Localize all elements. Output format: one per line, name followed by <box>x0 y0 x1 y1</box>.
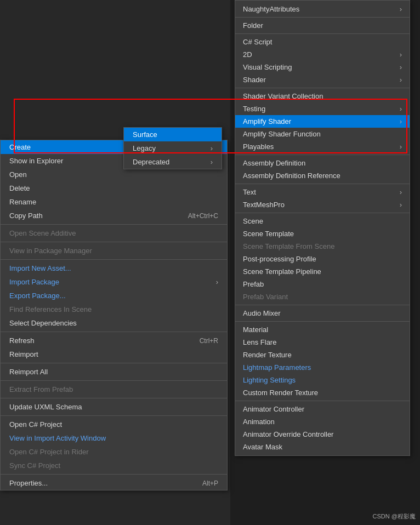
right-menu-item-scene-template[interactable]: Scene Template <box>235 227 410 240</box>
right-menu-item-amplify-shader-function[interactable]: Amplify Shader Function <box>235 128 410 140</box>
right-menu-item-playables[interactable]: Playables › <box>235 140 410 153</box>
menu-item-sync-csharp: Sync C# Project <box>1 459 227 472</box>
right-menu-item-2d[interactable]: 2D › <box>235 48 410 61</box>
right-menu-item-text[interactable]: Text › <box>235 186 410 198</box>
right-menu-item-material[interactable]: Material <box>235 323 410 336</box>
right-menu-item-scene-template-pipeline[interactable]: Scene Template Pipeline <box>235 265 410 278</box>
right-menu-item-csharp-script[interactable]: C# Script <box>235 36 410 48</box>
right-menu-item-testing[interactable]: Testing › <box>235 102 410 115</box>
right-menu-item-prefab-variant: Prefab Variant <box>235 290 410 303</box>
menu-item-view-package-manager: View in Package Manager <box>1 244 227 258</box>
menu-item-import-new-asset[interactable]: Import New Asset... <box>1 261 227 275</box>
right-sep-1 <box>235 33 410 34</box>
separator-5 <box>1 363 227 363</box>
right-menu-item-scene-template-from-scene: Scene Template From Scene <box>235 240 410 253</box>
separator-9 <box>1 474 227 475</box>
menu-item-select-dependencies[interactable]: Select Dependencies <box>1 316 227 330</box>
right-menu-item-animator-controller[interactable]: Animator Controller <box>235 403 410 415</box>
menu-item-export-package[interactable]: Export Package... <box>1 289 227 303</box>
right-menu-item-custom-render-texture[interactable]: Custom Render Texture <box>235 386 410 399</box>
menu-item-view-import-activity[interactable]: View in Import Activity Window <box>1 431 227 445</box>
right-menu-item-lens-flare[interactable]: Lens Flare <box>235 336 410 349</box>
separator-6 <box>1 380 227 381</box>
right-menu-item-visual-scripting[interactable]: Visual Scripting › <box>235 61 410 73</box>
right-menu-item-scene[interactable]: Scene <box>235 215 410 227</box>
right-menu-item-avatar-mask[interactable]: Avatar Mask <box>235 441 410 453</box>
right-context-menu: NaughtyAttributes › Folder C# Script 2D … <box>235 0 410 456</box>
sub1-menu-item-legacy[interactable]: Legacy › <box>124 141 222 155</box>
right-menu-item-audio-mixer[interactable]: Audio Mixer <box>235 307 410 319</box>
sub1-menu-item-deprecated[interactable]: Deprecated › <box>124 155 222 169</box>
menu-item-open[interactable]: Open <box>1 168 227 181</box>
menu-item-open-csharp-rider: Open C# Project in Rider <box>1 445 227 459</box>
right-menu-item-assembly-definition-reference[interactable]: Assembly Definition Reference <box>235 169 410 182</box>
separator-8 <box>1 415 227 416</box>
menu-item-refresh[interactable]: Refresh Ctrl+R <box>1 334 227 347</box>
right-sep-2 <box>235 88 410 88</box>
right-sep-5 <box>235 213 410 213</box>
right-sep-0 <box>235 17 410 18</box>
separator-2 <box>1 242 227 242</box>
sub-context-menu-1: Surface Legacy › Deprecated › <box>123 127 222 169</box>
right-menu-item-assembly-definition[interactable]: Assembly Definition <box>235 157 410 169</box>
menu-item-open-scene-additive: Open Scene Additive <box>1 226 227 240</box>
menu-item-import-package[interactable]: Import Package › <box>1 275 227 289</box>
right-menu-item-amplify-shader[interactable]: Amplify Shader › <box>235 115 410 128</box>
right-sep-4 <box>235 184 410 184</box>
menu-item-reimport[interactable]: Reimport <box>1 347 227 361</box>
menu-item-find-references: Find References In Scene <box>1 303 227 316</box>
menu-item-reimport-all[interactable]: Reimport All <box>1 365 227 379</box>
watermark: CSDN @程影魔 <box>373 512 416 521</box>
menu-item-rename[interactable]: Rename <box>1 195 227 209</box>
menu-item-update-uxml[interactable]: Update UXML Schema <box>1 400 227 414</box>
right-menu-item-animation[interactable]: Animation <box>235 415 410 428</box>
right-menu-item-shader[interactable]: Shader › <box>235 73 410 86</box>
right-menu-item-prefab[interactable]: Prefab <box>235 278 410 290</box>
right-menu-item-lighting-settings[interactable]: Lighting Settings <box>235 374 410 386</box>
menu-item-open-csharp[interactable]: Open C# Project <box>1 418 227 431</box>
right-sep-8 <box>235 401 410 401</box>
separator-7 <box>1 398 227 398</box>
menu-item-delete[interactable]: Delete <box>1 181 227 195</box>
menu-item-properties[interactable]: Properties... Alt+P <box>1 476 227 490</box>
menu-item-copy-path[interactable]: Copy Path Alt+Ctrl+C <box>1 209 227 222</box>
right-menu-item-animator-override[interactable]: Animator Override Controller <box>235 428 410 441</box>
sub1-menu-item-surface[interactable]: Surface <box>124 128 222 141</box>
right-sep-7 <box>235 321 410 322</box>
menu-item-extract-prefab: Extract From Prefab <box>1 383 227 396</box>
main-context-menu: Create Show in Explorer Open Delete Rena… <box>0 140 228 490</box>
right-menu-item-render-texture[interactable]: Render Texture <box>235 349 410 361</box>
right-menu-item-naughtyattributes[interactable]: NaughtyAttributes › <box>235 3 410 15</box>
right-menu-item-textmeshpro[interactable]: TextMeshPro › <box>235 198 410 211</box>
separator-3 <box>1 259 227 260</box>
right-menu-item-post-processing[interactable]: Post-processing Profile <box>235 253 410 265</box>
right-menu-item-lightmap-params[interactable]: Lightmap Parameters <box>235 361 410 374</box>
right-menu-item-shader-variant[interactable]: Shader Variant Collection <box>235 90 410 102</box>
right-menu-item-folder[interactable]: Folder <box>235 19 410 32</box>
right-sep-3 <box>235 155 410 155</box>
separator-1 <box>1 224 227 225</box>
separator-4 <box>1 332 227 332</box>
right-sep-6 <box>235 305 410 305</box>
